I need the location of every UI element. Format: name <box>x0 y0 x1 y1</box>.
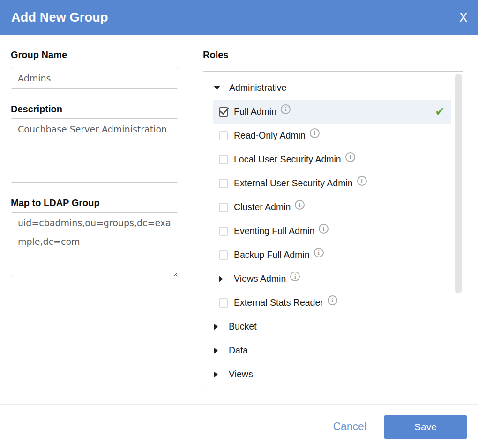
role-item-label: Administrative <box>229 82 286 93</box>
role-item-label: External Stats Reader <box>234 297 323 308</box>
info-icon[interactable]: i <box>328 295 337 305</box>
dialog-footer: Cancel Save <box>0 404 478 448</box>
role-group-row[interactable]: Bucket <box>213 315 451 338</box>
role-checkbox-checked[interactable] <box>219 107 228 117</box>
role-group-row[interactable]: Views Admini <box>213 267 451 291</box>
info-icon[interactable]: i <box>357 176 367 186</box>
description-label: Description <box>11 104 62 115</box>
info-icon[interactable]: i <box>310 128 320 138</box>
role-row[interactable]: Local User Security Admini <box>213 147 451 171</box>
role-item-label: Read-Only Admin <box>234 130 306 141</box>
expand-triangle-icon[interactable] <box>214 347 218 354</box>
role-row[interactable]: Read-Only Admini <box>213 124 451 147</box>
role-item-label: Views <box>229 369 253 380</box>
role-checkbox[interactable] <box>219 250 228 260</box>
close-icon[interactable]: X <box>459 0 468 35</box>
role-checkbox[interactable] <box>219 227 228 236</box>
selected-check-icon: ✔ <box>435 106 445 118</box>
role-item-label: Views Admin <box>234 273 286 284</box>
ldap-group-label: Map to LDAP Group <box>11 198 100 208</box>
role-item-label: Eventing Full Admin <box>234 226 314 236</box>
dialog-header: Add New Group X <box>0 0 478 35</box>
ldap-group-textarea[interactable]: uid=cbadmins,ou=groups,dc=example,dc=com <box>11 212 178 277</box>
role-group-row[interactable]: Data <box>213 338 451 362</box>
role-item-label: Bucket <box>229 321 257 332</box>
role-checkbox[interactable] <box>219 131 228 140</box>
info-icon[interactable]: i <box>314 248 324 257</box>
role-item-label: Cluster Admin <box>234 202 291 213</box>
role-group-row[interactable]: Views <box>213 362 451 386</box>
role-item-label: Local User Security Admin <box>234 154 341 165</box>
role-row[interactable]: Backup Full Admini <box>213 243 451 267</box>
role-row[interactable]: Eventing Full Admini <box>213 219 451 243</box>
roles-label: Roles <box>203 50 228 60</box>
role-row[interactable]: Cluster Admini <box>213 195 451 219</box>
info-icon[interactable]: i <box>290 272 300 281</box>
expand-triangle-icon[interactable] <box>219 276 223 282</box>
scrollbar-thumb[interactable] <box>455 74 462 293</box>
info-icon[interactable]: i <box>281 104 291 114</box>
role-group-row[interactable]: Administrative <box>213 76 451 100</box>
role-row[interactable]: External User Security Admini <box>213 171 451 195</box>
cancel-button[interactable]: Cancel <box>333 420 366 433</box>
dialog-title: Add New Group <box>11 10 108 25</box>
collapse-triangle-icon[interactable] <box>214 86 220 90</box>
role-item-label: Backup Full Admin <box>234 250 310 260</box>
info-icon[interactable]: i <box>345 152 355 162</box>
role-checkbox[interactable] <box>219 298 228 308</box>
roles-list: AdministrativeFull Admini✔Read-Only Admi… <box>203 72 463 386</box>
expand-triangle-icon[interactable] <box>214 323 218 330</box>
role-item-label: External User Security Admin <box>234 178 353 189</box>
role-checkbox[interactable] <box>219 179 228 188</box>
role-item-label: Full Admin <box>234 106 276 117</box>
expand-triangle-icon[interactable] <box>214 371 218 378</box>
role-checkbox[interactable] <box>219 203 228 212</box>
group-name-input[interactable] <box>11 67 178 89</box>
info-icon[interactable]: i <box>295 200 305 210</box>
group-name-label: Group Name <box>11 50 67 60</box>
roles-listbox[interactable]: AdministrativeFull Admini✔Read-Only Admi… <box>203 71 463 386</box>
role-item-label: Data <box>229 345 248 356</box>
save-button[interactable]: Save <box>384 415 467 439</box>
role-row[interactable]: External Stats Readeri <box>213 291 451 315</box>
role-checkbox[interactable] <box>219 155 228 164</box>
description-textarea[interactable]: Couchbase Server Administration <box>11 118 178 183</box>
info-icon[interactable]: i <box>319 224 329 234</box>
role-row[interactable]: Full Admini✔ <box>213 100 451 124</box>
